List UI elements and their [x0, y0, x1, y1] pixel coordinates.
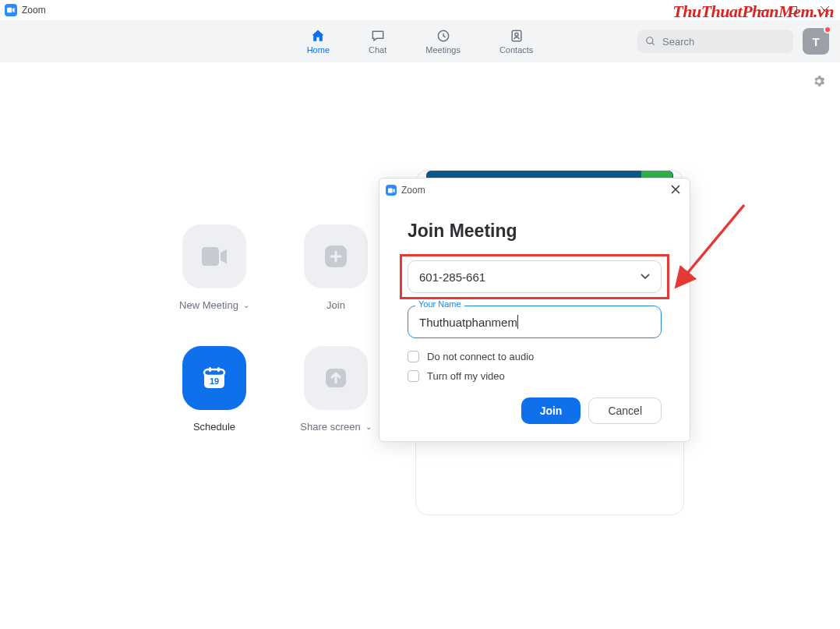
zoom-logo-icon [5, 4, 17, 16]
svg-rect-12 [209, 367, 211, 372]
tile-schedule: 19 Schedule [156, 346, 273, 463]
gear-icon [812, 74, 826, 88]
tile-share-screen: Share screen ⌄ [277, 346, 394, 463]
tile-join: Join [277, 224, 394, 341]
svg-line-8 [652, 43, 655, 45]
checkbox-no-audio[interactable] [408, 351, 419, 362]
tile-label: Schedule [193, 421, 235, 433]
tab-contacts[interactable]: Contacts [499, 28, 533, 55]
search-icon [645, 36, 656, 47]
close-icon [671, 185, 680, 194]
tab-label: Contacts [499, 45, 533, 55]
tile-label: Share screen ⌄ [300, 421, 371, 433]
chat-icon [370, 28, 386, 44]
search-placeholder: Search [662, 36, 694, 48]
maximize-button[interactable] [778, 0, 809, 20]
svg-point-7 [647, 37, 653, 44]
option-no-video: Turn off my video [408, 370, 662, 382]
join-meeting-dialog: Zoom Join Meeting 601-285-661 Your Name … [379, 178, 690, 442]
tile-label: Join [326, 299, 345, 311]
dialog-window-title: Zoom [401, 185, 425, 196]
meeting-id-input[interactable]: 601-285-661 [408, 260, 662, 293]
cancel-button[interactable]: Cancel [588, 398, 662, 424]
chevron-down-icon[interactable]: ⌄ [243, 301, 249, 309]
option-label: Turn off my video [427, 370, 505, 382]
notification-badge [824, 26, 831, 34]
svg-text:19: 19 [210, 376, 219, 386]
avatar[interactable]: T [803, 28, 829, 55]
dialog-heading: Join Meeting [408, 221, 662, 242]
tab-chat[interactable]: Chat [369, 28, 386, 55]
tab-home[interactable]: Home [307, 28, 330, 55]
plus-icon [322, 242, 350, 270]
join-button[interactable]: Join [521, 398, 581, 424]
svg-point-6 [515, 33, 518, 36]
tile-label: New Meeting ⌄ [179, 299, 249, 311]
home-tiles: New Meeting ⌄ Join 19 Schedule Share scr… [156, 224, 394, 463]
chevron-down-icon[interactable]: ⌄ [365, 422, 372, 431]
dialog-titlebar: Zoom [379, 178, 690, 202]
contacts-icon [509, 28, 524, 44]
svg-rect-1 [790, 7, 797, 14]
settings-button[interactable] [812, 74, 826, 91]
home-icon [310, 28, 326, 44]
search-input[interactable]: Search [637, 30, 793, 53]
avatar-initial: T [812, 35, 819, 48]
window-title: Zoom [22, 5, 46, 16]
calendar-icon: 19 [200, 364, 228, 392]
join-button[interactable] [304, 224, 368, 288]
zoom-logo-icon [386, 185, 397, 196]
checkbox-no-video[interactable] [408, 370, 419, 382]
upload-arrow-icon [322, 364, 350, 392]
clock-icon [436, 28, 451, 44]
video-icon [200, 242, 228, 270]
new-meeting-button[interactable] [182, 224, 246, 288]
text-caret [517, 315, 518, 329]
svg-rect-13 [217, 367, 220, 372]
name-value: Thuthuatphanmem [419, 316, 517, 329]
schedule-button[interactable]: 19 [182, 346, 246, 410]
dialog-close-button[interactable] [668, 182, 683, 200]
tile-new-meeting: New Meeting ⌄ [156, 224, 273, 341]
tab-meetings[interactable]: Meetings [425, 28, 461, 55]
tab-label: Meetings [425, 45, 461, 55]
window-controls [746, 0, 840, 20]
option-no-audio: Do not connect to audio [408, 351, 662, 362]
minimize-button[interactable] [746, 0, 778, 20]
option-label: Do not connect to audio [427, 351, 534, 362]
tab-label: Chat [369, 45, 386, 55]
share-screen-button[interactable] [304, 346, 368, 410]
window-titlebar: Zoom [0, 0, 840, 20]
close-button[interactable] [809, 0, 840, 20]
meeting-id-value: 601-285-661 [419, 270, 485, 284]
chevron-down-icon[interactable] [641, 274, 650, 280]
top-nav: Home Chat Meetings Contacts Search T [0, 20, 840, 62]
name-field-label: Your Name [415, 299, 464, 309]
svg-rect-11 [204, 369, 224, 376]
name-input[interactable]: Thuthuatphanmem [408, 306, 662, 338]
tab-label: Home [307, 45, 330, 55]
